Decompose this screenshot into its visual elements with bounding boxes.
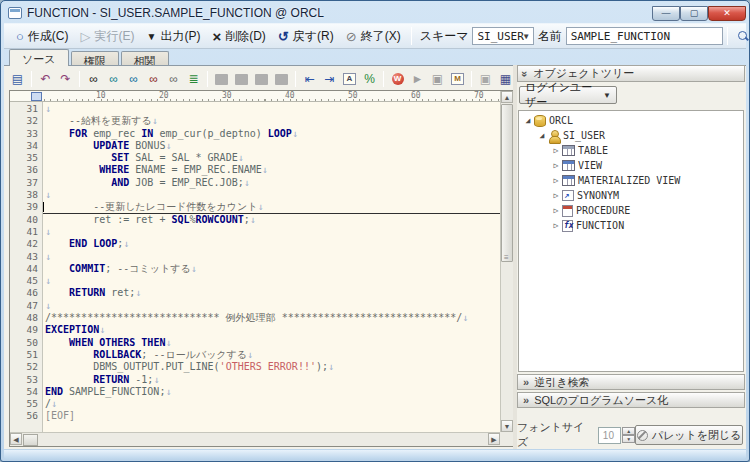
create-button[interactable]: ○ 作成(C): [10, 26, 75, 47]
tree-item-si_user[interactable]: ◢SI_USER: [519, 128, 743, 143]
code-line[interactable]: RETURN -1;↓: [43, 374, 500, 386]
code-line[interactable]: DBMS_OUTPUT.PUT_LINE('OTHERS ERROR!!');↓: [43, 361, 500, 373]
code-line[interactable]: ↓: [43, 275, 500, 287]
redo-icon[interactable]: ↷: [56, 70, 75, 88]
unindent-icon[interactable]: ⇤: [300, 70, 319, 88]
output-button[interactable]: ▼ 出力(P): [141, 26, 207, 47]
word-wrap-icon[interactable]: W: [388, 70, 407, 88]
tree-expand-icon[interactable]: ▷: [551, 221, 561, 230]
code-line[interactable]: END SAMPLE_FUNCTION;↓: [43, 386, 500, 398]
sample-button[interactable]: サンプル: [732, 26, 750, 47]
code-line[interactable]: WHEN OTHERS THEN↓: [43, 337, 500, 349]
delete-button[interactable]: × 削除(D): [206, 26, 271, 47]
find-next-icon[interactable]: ∞: [104, 70, 123, 88]
tab-dependencies[interactable]: 相関: [121, 51, 169, 66]
code-line[interactable]: ROLLBACK; --ロールバックする↓: [43, 349, 500, 361]
code-editor[interactable]: 10203040506070 3132333435363738394041424…: [9, 90, 514, 447]
object-tree[interactable]: ◢ORCL◢SI_USER▷TABLE▷VIEW▷MATERIALIZED VI…: [518, 110, 744, 372]
exit-button[interactable]: ⊘ 終了(X): [340, 26, 407, 47]
tree-item-view[interactable]: ▷VIEW: [519, 158, 743, 173]
horizontal-scrollbar[interactable]: ◀ ▶: [10, 432, 500, 446]
code-line-current[interactable]: --更新したレコード件数をカウント↓: [43, 201, 500, 213]
code-line[interactable]: --給料を更新する↓: [43, 115, 500, 127]
tree-expand-icon[interactable]: ▷: [551, 206, 561, 215]
code-line[interactable]: /↓: [43, 398, 500, 410]
code-line[interactable]: EXCEPTION↓: [43, 324, 500, 336]
disabled-icon-4[interactable]: [272, 70, 291, 88]
revert-button[interactable]: ↺ 戻す(R): [272, 26, 340, 47]
find-icon[interactable]: ∞: [84, 70, 103, 88]
scroll-left-arrow[interactable]: ◀: [10, 433, 22, 445]
code-line[interactable]: ret := ret + SQL%ROWCOUNT;↓: [43, 214, 500, 226]
code-line[interactable]: /**************************** 例外処理部 ****…: [43, 312, 500, 324]
tree-item-procedure[interactable]: ▷PROCEDURE: [519, 203, 743, 218]
tab-privileges[interactable]: 権限: [71, 51, 119, 66]
window-bottom-frame: [4, 450, 746, 459]
tree-expand-icon[interactable]: ▷: [551, 146, 561, 155]
code-line[interactable]: RETURN ret;↓: [43, 287, 500, 299]
tree-item-synonym[interactable]: ▷SYNONYM: [519, 188, 743, 203]
code-area[interactable]: ↓ --給料を更新する↓ FOR emp_rec IN emp_cur(p_de…: [43, 102, 500, 432]
font-size-input[interactable]: 10: [598, 427, 621, 444]
minimize-button[interactable]: —: [652, 6, 680, 21]
undo-icon[interactable]: ↶: [36, 70, 55, 88]
snippet-icon[interactable]: ▣: [476, 70, 495, 88]
tree-expand-icon[interactable]: ▷: [551, 191, 561, 200]
code-line[interactable]: ↓: [43, 226, 500, 238]
find-count-icon[interactable]: ∞: [164, 70, 183, 88]
tree-expand-icon[interactable]: ▷: [551, 176, 561, 185]
tree-collapse-icon[interactable]: ◢: [537, 131, 547, 140]
code-line[interactable]: SET SAL = SAL * GRADE↓: [43, 152, 500, 164]
code-line[interactable]: ↓: [43, 300, 500, 312]
code-line[interactable]: [EOF]: [43, 410, 500, 422]
scroll-right-arrow[interactable]: ▶: [488, 433, 500, 445]
memo-icon[interactable]: M: [448, 70, 467, 88]
code-line[interactable]: AND JOB = EMP_REC.JOB;↓: [43, 177, 500, 189]
code-line[interactable]: ↓: [43, 189, 500, 201]
code-line[interactable]: COMMIT; --コミットする↓: [43, 263, 500, 275]
paste-icon[interactable]: ►: [408, 70, 427, 88]
disabled-icon-3[interactable]: [252, 70, 271, 88]
tree-item-orcl[interactable]: ◢ORCL: [519, 113, 743, 128]
name-input[interactable]: [566, 27, 723, 45]
execute-button[interactable]: ▷ 実行(E): [75, 26, 141, 47]
tree-item-function[interactable]: ▷FUNCTION: [519, 218, 743, 233]
stepper-up-icon[interactable]: ▲: [622, 427, 635, 435]
code-line[interactable]: FOR emp_rec IN emp_cur(p_deptno) LOOP↓: [43, 128, 500, 140]
maximize-button[interactable]: ▢: [680, 6, 708, 21]
vertical-scrollbar[interactable]: ▲ ▼: [500, 91, 513, 432]
disabled-icon-2[interactable]: [232, 70, 251, 88]
code-line[interactable]: ↓: [43, 103, 500, 115]
vertical-scroll-thumb[interactable]: [501, 104, 513, 262]
horizontal-scroll-thumb[interactable]: [23, 434, 38, 446]
scroll-up-arrow[interactable]: ▲: [501, 91, 513, 103]
disabled-icon-1[interactable]: [212, 70, 231, 88]
title-bar: FUNCTION - SI_USER.SAMPLE_FUNCTION @ ORC…: [4, 3, 746, 23]
save-icon[interactable]: ▤: [8, 70, 27, 88]
tree-item-materialized-view[interactable]: ▷MATERIALIZED VIEW: [519, 173, 743, 188]
find-previous-icon[interactable]: ∞: [124, 70, 143, 88]
tree-collapse-icon[interactable]: ◢: [523, 116, 533, 125]
code-line[interactable]: ↓: [43, 251, 500, 263]
close-palette-button[interactable]: パレットを閉じる: [635, 425, 743, 445]
goto-line-icon[interactable]: ≣: [184, 70, 203, 88]
stepper-down-icon[interactable]: ▼: [622, 435, 635, 443]
tree-item-table[interactable]: ▷TABLE: [519, 143, 743, 158]
sql-to-source-header[interactable]: » SQLのプログラムソース化: [517, 392, 745, 408]
scroll-down-arrow[interactable]: ▼: [501, 420, 513, 432]
code-line[interactable]: END LOOP;↓: [43, 238, 500, 250]
schema-select[interactable]: SI_USER ▼: [472, 27, 533, 45]
font-size-stepper[interactable]: ▲ ▼: [622, 427, 635, 443]
tab-source[interactable]: ソース: [9, 49, 69, 66]
format-sql-icon[interactable]: %: [360, 70, 379, 88]
code-line[interactable]: WHERE ENAME = EMP_REC.ENAME↓: [43, 164, 500, 176]
indent-icon[interactable]: ⇥: [320, 70, 339, 88]
reverse-search-header[interactable]: » 逆引き検索: [517, 374, 745, 390]
copy-block-icon[interactable]: ▣: [428, 70, 447, 88]
case-convert-icon[interactable]: A: [340, 70, 359, 88]
tree-expand-icon[interactable]: ▷: [551, 161, 561, 170]
find-highlight-icon[interactable]: ∞: [144, 70, 163, 88]
login-user-dropdown[interactable]: ログインユーザー ▼: [519, 86, 617, 104]
close-button[interactable]: ✕: [708, 6, 746, 21]
code-line[interactable]: UPDATE BONUS↓: [43, 140, 500, 152]
